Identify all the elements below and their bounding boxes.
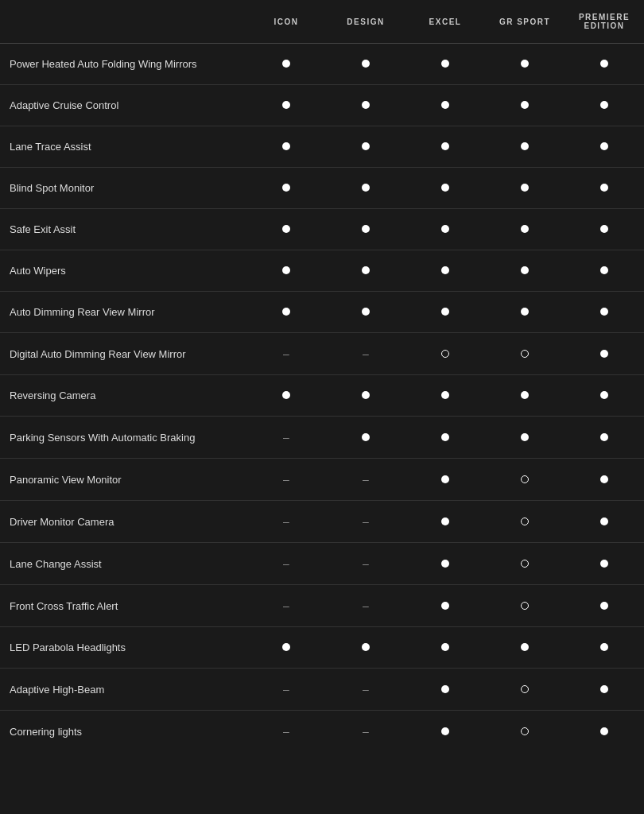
table-row: Power Heated Auto Folding Wing Mirrors — [0, 44, 644, 85]
excel-col-header: EXCEL — [405, 0, 485, 44]
dot-filled-icon — [521, 184, 529, 192]
dash-icon: – — [283, 725, 289, 738]
table-row: Auto Wipers — [0, 250, 644, 292]
dot-empty-icon — [521, 727, 529, 735]
feature-name-cell: Safe Exit Assit — [0, 209, 246, 250]
dot-filled-icon — [282, 391, 290, 399]
dash-icon: – — [283, 431, 289, 444]
feature-name-cell: Auto Wipers — [0, 250, 246, 292]
dot-filled-icon — [362, 308, 370, 316]
dot-filled-icon — [282, 184, 290, 192]
feature-name-cell: LED Parabola Headlights — [0, 627, 246, 669]
dot-filled-icon — [362, 266, 370, 274]
dot-filled-icon — [521, 60, 529, 68]
dot-filled-icon — [600, 560, 608, 568]
dot-filled-icon — [282, 101, 290, 109]
dot-filled-icon — [441, 101, 449, 109]
table-header-row: ICON DESIGN EXCEL GR SPORT PREMIEREEDITI… — [0, 0, 644, 44]
dot-filled-icon — [600, 391, 608, 399]
dot-filled-icon — [600, 60, 608, 68]
dot-filled-icon — [362, 391, 370, 399]
dot-filled-icon — [282, 142, 290, 150]
dot-filled-icon — [441, 225, 449, 233]
table-row: Parking Sensors With Automatic Braking– — [0, 417, 644, 459]
feature-name-cell: Digital Auto Dimming Rear View Mirror — [0, 333, 246, 375]
dot-filled-icon — [282, 60, 290, 68]
table-row: Driver Monitor Camera–– — [0, 501, 644, 543]
table-row: Lane Trace Assist — [0, 126, 644, 168]
feature-name-cell: Lane Trace Assist — [0, 126, 246, 168]
table-row: Adaptive Cruise Control — [0, 85, 644, 126]
dot-filled-icon — [600, 350, 608, 358]
dash-icon: – — [363, 473, 369, 486]
features-table-container: ICON DESIGN EXCEL GR SPORT PREMIEREEDITI… — [0, 0, 644, 752]
dot-filled-icon — [600, 266, 608, 274]
table-row: Safe Exit Assit — [0, 209, 644, 250]
dot-filled-icon — [521, 391, 529, 399]
dot-filled-icon — [362, 225, 370, 233]
dot-filled-icon — [441, 643, 449, 651]
dot-filled-icon — [282, 643, 290, 651]
feature-name-cell: Adaptive High-Beam — [0, 669, 246, 711]
table-row: LED Parabola Headlights — [0, 627, 644, 669]
dot-filled-icon — [441, 433, 449, 441]
dot-filled-icon — [362, 643, 370, 651]
dot-filled-icon — [521, 643, 529, 651]
table-row: Auto Dimming Rear View Mirror — [0, 292, 644, 333]
dot-filled-icon — [521, 142, 529, 150]
table-row: Cornering lights–– — [0, 711, 644, 753]
dot-empty-icon — [521, 517, 529, 525]
dot-filled-icon — [441, 266, 449, 274]
dot-filled-icon — [600, 308, 608, 316]
feature-name-cell: Parking Sensors With Automatic Braking — [0, 417, 246, 459]
dot-filled-icon — [600, 727, 608, 735]
dash-icon: – — [363, 557, 369, 570]
table-row: Reversing Camera — [0, 375, 644, 417]
dash-icon: – — [363, 725, 369, 738]
dash-icon: – — [363, 515, 369, 528]
feature-name-cell: Driver Monitor Camera — [0, 501, 246, 543]
table-row: Adaptive High-Beam–– — [0, 669, 644, 711]
feature-name-cell: Power Heated Auto Folding Wing Mirrors — [0, 44, 246, 85]
dot-empty-icon — [441, 350, 449, 358]
table-row: Digital Auto Dimming Rear View Mirror–– — [0, 333, 644, 375]
dash-icon: – — [283, 515, 289, 528]
dot-filled-icon — [600, 517, 608, 525]
feature-name-cell: Cornering lights — [0, 711, 246, 753]
dot-filled-icon — [521, 433, 529, 441]
premiere-col-header: PREMIEREEDITION — [564, 0, 644, 44]
dot-filled-icon — [362, 60, 370, 68]
dot-filled-icon — [362, 101, 370, 109]
dot-filled-icon — [441, 184, 449, 192]
feature-name-cell: Panoramic View Monitor — [0, 459, 246, 501]
dot-empty-icon — [521, 475, 529, 483]
feature-name-cell: Blind Spot Monitor — [0, 168, 246, 209]
dot-filled-icon — [600, 602, 608, 610]
feature-name-cell: Reversing Camera — [0, 375, 246, 417]
dot-filled-icon — [521, 266, 529, 274]
dot-filled-icon — [600, 685, 608, 693]
dot-empty-icon — [521, 560, 529, 568]
dot-filled-icon — [362, 142, 370, 150]
dot-filled-icon — [362, 184, 370, 192]
table-row: Front Cross Traffic Alert–– — [0, 585, 644, 627]
dot-filled-icon — [441, 475, 449, 483]
dash-icon: – — [283, 683, 289, 696]
dot-filled-icon — [441, 602, 449, 610]
dash-icon: – — [363, 347, 369, 360]
dot-filled-icon — [282, 266, 290, 274]
table-row: Panoramic View Monitor–– — [0, 459, 644, 501]
dot-empty-icon — [521, 685, 529, 693]
dot-filled-icon — [521, 308, 529, 316]
icon-col-header: ICON — [246, 0, 326, 44]
dot-filled-icon — [362, 433, 370, 441]
gr-sport-col-header: GR SPORT — [485, 0, 564, 44]
dot-filled-icon — [441, 391, 449, 399]
dot-filled-icon — [600, 433, 608, 441]
dot-empty-icon — [521, 602, 529, 610]
dot-filled-icon — [600, 475, 608, 483]
dash-icon: – — [283, 473, 289, 486]
dot-filled-icon — [441, 60, 449, 68]
dash-icon: – — [363, 599, 369, 612]
dot-filled-icon — [600, 142, 608, 150]
